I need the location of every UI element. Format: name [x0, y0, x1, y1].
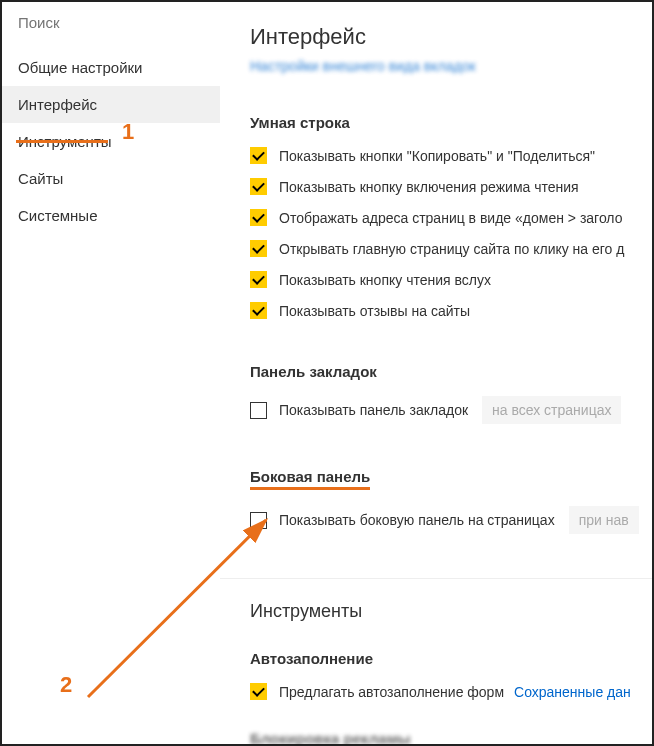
- checkbox-read-aloud[interactable]: [250, 271, 267, 288]
- label-reader-mode: Показывать кнопку включения режима чтени…: [279, 179, 579, 195]
- section-bookmarks-panel: Панель закладок Показывать панель заклад…: [250, 363, 652, 424]
- label-show-bookmarks: Показывать панель закладок: [279, 402, 468, 418]
- section-divider: [220, 578, 652, 579]
- sidebar-item-sites[interactable]: Сайты: [2, 160, 220, 197]
- page-title: Интерфейс: [250, 24, 652, 50]
- side-panel-title: Боковая панель: [250, 468, 652, 490]
- checkbox-domain-title[interactable]: [250, 209, 267, 226]
- main-content: Интерфейс Настройки внешнего вида вкладо…: [220, 2, 652, 744]
- checkbox-show-bookmarks[interactable]: [250, 402, 267, 419]
- option-autofill: Предлагать автозаполнение форм Сохраненн…: [250, 683, 652, 700]
- checkbox-open-homepage[interactable]: [250, 240, 267, 257]
- label-autofill: Предлагать автозаполнение форм: [279, 684, 504, 700]
- option-reader-mode: Показывать кнопку включения режима чтени…: [250, 178, 652, 195]
- dropdown-side-panel-mode[interactable]: при нав: [569, 506, 639, 534]
- checkbox-show-side-panel[interactable]: [250, 512, 267, 529]
- tabs-appearance-link[interactable]: Настройки внешнего вида вкладок: [250, 58, 652, 74]
- option-show-bookmarks: Показывать панель закладок на всех стран…: [250, 396, 652, 424]
- autofill-title: Автозаполнение: [250, 650, 652, 667]
- option-domain-title: Отображать адреса страниц в виде «домен …: [250, 209, 652, 226]
- sidebar-item-interface[interactable]: Интерфейс: [2, 86, 220, 123]
- option-copy-share: Показывать кнопки "Копировать" и "Подели…: [250, 147, 652, 164]
- sidebar-item-general[interactable]: Общие настройки: [2, 49, 220, 86]
- checkbox-reader-mode[interactable]: [250, 178, 267, 195]
- checkbox-autofill[interactable]: [250, 683, 267, 700]
- option-site-reviews: Показывать отзывы на сайты: [250, 302, 652, 319]
- label-read-aloud: Показывать кнопку чтения вслух: [279, 272, 491, 288]
- label-site-reviews: Показывать отзывы на сайты: [279, 303, 470, 319]
- bookmarks-panel-title: Панель закладок: [250, 363, 652, 380]
- label-domain-title: Отображать адреса страниц в виде «домен …: [279, 210, 622, 226]
- settings-sidebar: Общие настройки Интерфейс Инструменты Са…: [2, 2, 220, 744]
- label-show-side-panel: Показывать боковую панель на страницах: [279, 512, 555, 528]
- sidebar-item-tools[interactable]: Инструменты: [2, 123, 220, 160]
- link-saved-data[interactable]: Сохраненные дан: [514, 684, 631, 700]
- section-smart-line: Умная строка Показывать кнопки "Копирова…: [250, 114, 652, 319]
- label-copy-share: Показывать кнопки "Копировать" и "Подели…: [279, 148, 595, 164]
- label-open-homepage: Открывать главную страницу сайта по клик…: [279, 241, 624, 257]
- search-input[interactable]: [18, 14, 204, 31]
- tools-title: Инструменты: [250, 601, 652, 622]
- option-show-side-panel: Показывать боковую панель на страницах п…: [250, 506, 652, 534]
- sidebar-item-system[interactable]: Системные: [2, 197, 220, 234]
- checkbox-site-reviews[interactable]: [250, 302, 267, 319]
- ad-blocking-title: Блокировка рекламы: [250, 730, 652, 744]
- option-open-homepage: Открывать главную страницу сайта по клик…: [250, 240, 652, 257]
- nav-list: Общие настройки Интерфейс Инструменты Са…: [2, 49, 220, 234]
- section-side-panel: Боковая панель Показывать боковую панель…: [250, 468, 652, 534]
- dropdown-bookmarks-scope[interactable]: на всех страницах: [482, 396, 621, 424]
- checkbox-copy-share[interactable]: [250, 147, 267, 164]
- option-read-aloud: Показывать кнопку чтения вслух: [250, 271, 652, 288]
- search-box: [2, 2, 220, 43]
- section-autofill: Автозаполнение Предлагать автозаполнение…: [250, 650, 652, 700]
- smart-line-title: Умная строка: [250, 114, 652, 131]
